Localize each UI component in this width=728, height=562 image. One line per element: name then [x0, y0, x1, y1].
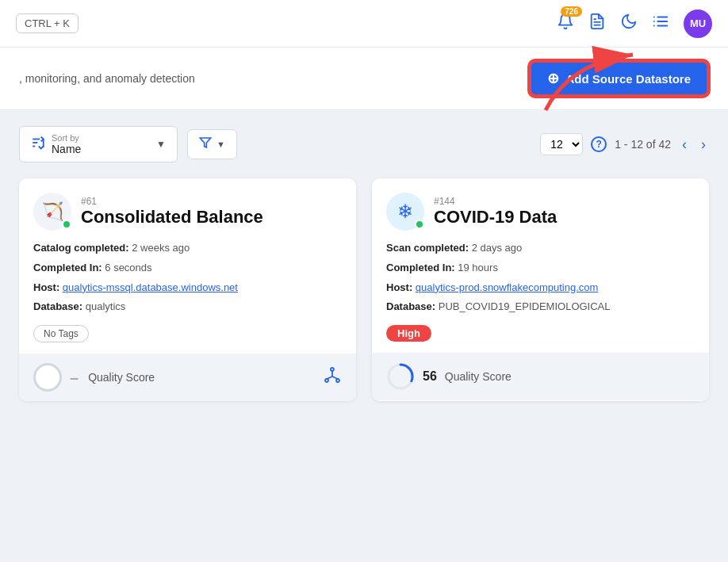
filter-bar: Sort by Name ▼ ▼ 12 24 48 ? 1 - 12 of 42… — [19, 126, 709, 162]
host-label-2: Host: — [386, 281, 412, 293]
quality-score-dash-1: – — [70, 369, 79, 387]
svg-point-16 — [336, 379, 339, 382]
datastore-card-consolidated-balance[interactable]: 🏹 #61 Consolidated Balance Catalog compl… — [19, 178, 356, 401]
notification-bell[interactable]: 726 — [557, 13, 574, 34]
header-left: CTRL + K — [16, 13, 79, 33]
db-value-2: PUB_COVID19_EPIDEMIOLOGICAL — [439, 300, 611, 312]
add-source-datastore-button[interactable]: ⊕ Add Source Datastore — [529, 60, 709, 97]
next-page-button[interactable]: › — [698, 136, 709, 153]
card-title-area-2: #144 COVID-19 Data — [434, 196, 557, 227]
card-number-2: #144 — [434, 196, 557, 207]
toolbar: , monitoring, and anomaly detection ⊕ Ad… — [0, 48, 728, 110]
status-dot-2 — [415, 220, 424, 229]
card-footer-2: 56 Quality Score — [372, 353, 709, 400]
card-meta-host-2: Host: qualytics-prod.snowflakecomputing.… — [386, 280, 695, 296]
avatar[interactable]: MU — [684, 10, 712, 38]
db-value-1: qualytics — [86, 300, 126, 312]
completed-label-1: Completed In: — [33, 262, 102, 273]
sort-az-icon — [31, 136, 45, 153]
card-title-2: COVID-19 Data — [434, 207, 557, 227]
svg-line-18 — [327, 377, 332, 379]
high-badge-2[interactable]: High — [386, 325, 431, 342]
completed-label-2: Completed In: — [386, 262, 455, 273]
toolbar-description: , monitoring, and anomaly detection — [19, 72, 195, 85]
host-label-1: Host: — [33, 281, 59, 293]
tag-badge-1[interactable]: No Tags — [33, 325, 89, 342]
pagination: 12 24 48 ? 1 - 12 of 42 ‹ › — [540, 133, 709, 155]
list-icon[interactable] — [652, 13, 669, 34]
card-header-row-2: ❄ #144 COVID-19 Data — [386, 193, 695, 231]
add-icon: ⊕ — [547, 70, 559, 87]
status-dot-1 — [62, 220, 71, 229]
host-link-2[interactable]: qualytics-prod.snowflakecomputing.com — [416, 281, 599, 293]
catalog-value-1: 2 weeks ago — [132, 242, 190, 254]
card-body-1: 🏹 #61 Consolidated Balance Catalog compl… — [19, 178, 356, 354]
header: CTRL + K 726 MU — [0, 0, 728, 48]
card-meta-catalog-1: Catalog completed: 2 weeks ago — [33, 240, 342, 257]
filter-button[interactable]: ▼ — [187, 129, 237, 159]
card-footer-1: – Quality Score — [19, 354, 356, 401]
svg-point-14 — [331, 368, 334, 371]
svg-marker-13 — [200, 138, 210, 147]
card-body-2: ❄ #144 COVID-19 Data Scan completed: 2 d… — [372, 178, 709, 353]
card-meta-completed-1: Completed In: 6 seconds — [33, 260, 342, 277]
card-logo-2: ❄ — [386, 193, 424, 231]
quality-label-1: Quality Score — [88, 371, 155, 384]
moon-icon[interactable] — [620, 13, 638, 34]
completed-value-2: 19 hours — [458, 262, 498, 273]
prev-page-button[interactable]: ‹ — [679, 136, 690, 153]
page-size-select[interactable]: 12 24 48 — [540, 133, 583, 155]
quality-score-2: 56 — [423, 369, 437, 384]
header-right: 726 MU — [557, 10, 712, 38]
network-icon-1[interactable] — [323, 365, 342, 389]
card-number-1: #61 — [81, 196, 263, 207]
logo-icon-1: 🏹 — [42, 201, 63, 222]
card-meta-completed-2: Completed In: 19 hours — [386, 260, 695, 277]
filter-icon — [199, 136, 212, 152]
card-title-1: Consolidated Balance — [81, 207, 263, 227]
host-link-1[interactable]: qualytics-mssql.database.windows.net — [63, 281, 238, 293]
logo-icon-2: ❄ — [397, 201, 413, 223]
page-info: 1 - 12 of 42 — [615, 138, 671, 151]
main-content: Sort by Name ▼ ▼ 12 24 48 ? 1 - 12 of 42… — [0, 110, 728, 562]
card-meta-catalog-2: Scan completed: 2 days ago — [386, 240, 695, 257]
db-label-2: Database: — [386, 300, 435, 312]
sort-dropdown[interactable]: Sort by Name ▼ — [19, 126, 178, 162]
card-header-row-1: 🏹 #61 Consolidated Balance — [33, 193, 342, 231]
chevron-filter-icon: ▼ — [216, 140, 225, 149]
catalog-label-1: Catalog completed: — [33, 242, 129, 254]
catalog-label-2: Scan completed: — [386, 242, 469, 254]
svg-line-19 — [332, 377, 338, 379]
chevron-down-icon: ▼ — [156, 139, 166, 150]
sort-text: Sort by Name — [52, 133, 150, 155]
card-logo-1: 🏹 — [33, 193, 71, 231]
sort-value: Name — [52, 143, 81, 155]
quality-circle-progress-2 — [386, 362, 415, 391]
catalog-value-2: 2 days ago — [472, 242, 523, 254]
datastore-card-covid19[interactable]: ❄ #144 COVID-19 Data Scan completed: 2 d… — [372, 178, 709, 401]
keyboard-shortcut[interactable]: CTRL + K — [16, 13, 79, 33]
add-button-label: Add Source Datastore — [565, 72, 691, 86]
notification-count: 726 — [561, 6, 582, 17]
card-title-area-1: #61 Consolidated Balance — [81, 196, 263, 227]
svg-point-15 — [325, 379, 328, 382]
completed-value-1: 6 seconds — [105, 262, 151, 273]
document-icon[interactable] — [588, 13, 606, 34]
sort-label: Sort by — [52, 133, 150, 143]
card-meta-host-1: Host: qualytics-mssql.database.windows.n… — [33, 280, 342, 296]
quality-circle-1 — [33, 363, 62, 392]
card-meta-db-2: Database: PUB_COVID19_EPIDEMIOLOGICAL — [386, 299, 695, 315]
db-label-1: Database: — [33, 300, 82, 312]
help-icon[interactable]: ? — [591, 136, 607, 152]
cards-grid: 🏹 #61 Consolidated Balance Catalog compl… — [19, 178, 709, 401]
quality-label-2: Quality Score — [445, 370, 512, 383]
card-meta-db-1: Database: qualytics — [33, 299, 342, 315]
